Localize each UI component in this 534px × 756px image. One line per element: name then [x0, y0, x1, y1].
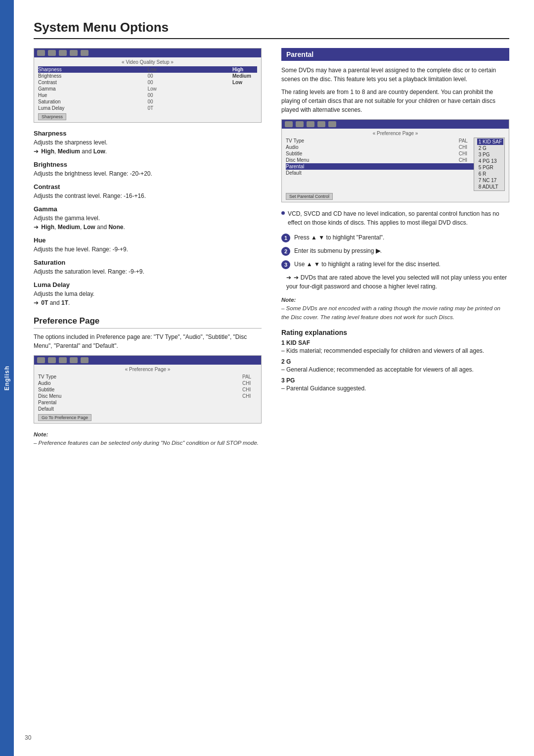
mockup-row-saturation: Saturation 00 [38, 98, 257, 105]
step-3: 3 Use ▲ ▼ to highlight a rating level fo… [281, 260, 509, 269]
rating-2-g: 2 G [477, 145, 503, 151]
rating-explanations-title: Rating explanations [281, 329, 509, 336]
pref-icon-3 [59, 357, 67, 363]
pref-icon-5 [81, 357, 89, 363]
video-quality-mockup: « Video Quality Setup » Sharpness Low Hi… [34, 48, 262, 123]
par-row-parental: Parental [286, 163, 474, 170]
side-tab-label: English [3, 366, 10, 390]
step-1: 1 Press ▲ ▼ to highlight "Parental". [281, 233, 509, 242]
par-icon-5 [328, 121, 336, 127]
pref-section-title: « Preference Page » [38, 367, 257, 372]
mockup-icon-2 [48, 50, 56, 56]
hue-heading: Hue [34, 236, 262, 244]
preference-page-intro: The options included in Preference page … [34, 332, 262, 350]
step-1-text: Press ▲ ▼ to highlight "Parental". [294, 233, 384, 242]
par-icon-4 [317, 121, 325, 127]
rating-1-kid-saf: 1 KID SAF [477, 139, 503, 145]
contrast-text: Adjusts the contrast level. Range: -16-+… [34, 191, 262, 200]
par-icon-1 [285, 121, 293, 127]
mockup-sharpness-button[interactable]: Sharpness [38, 113, 66, 120]
mockup-row-sharpness: Sharpness Low High [38, 66, 257, 73]
preference-mockup: « Preference Page » TV Type PAL Audio CH… [34, 355, 262, 424]
rating-item-2: 2 G – General Audience; recommended as a… [281, 358, 509, 374]
pref-row-discmenu: Disc Menu CHI [38, 393, 257, 399]
step-num-2: 2 [281, 247, 290, 256]
mockup-row-contrast: Contrast 00 Low [38, 79, 257, 86]
page-number: 30 [25, 734, 31, 741]
pref-row-audio: Audio CHI [38, 380, 257, 386]
sharpness-heading: Sharpness [34, 130, 262, 137]
rating-item-3: 3 PG – Parental Guidance suggested. [281, 377, 509, 393]
par-icon-2 [296, 121, 304, 127]
pref-row-tvtype: TV Type PAL [38, 374, 257, 380]
pref-icon-4 [70, 357, 78, 363]
contrast-heading: Contrast [34, 183, 262, 190]
parental-mockup: « Preference Page » TV Type PAL Audio CH… [281, 119, 509, 202]
par-row-tvtype: TV Type PAL [286, 138, 474, 144]
sharpness-text: Adjusts the sharpness level. ➔ High, Med… [34, 138, 262, 156]
saturation-text: Adjusts the saturation level. Range: -9-… [34, 267, 262, 276]
par-icon-3 [307, 121, 314, 127]
hue-text: Adjusts the hue level. Range: -9-+9. [34, 245, 262, 254]
rating-7-nc17: 7 NC 17 [477, 177, 503, 184]
right-column: Parental Some DVDs may have a parental l… [281, 48, 509, 448]
luma-delay-text: Adjusts the luma delay. ➔ 0T and 1T. [34, 289, 262, 307]
parental-para1: Some DVDs may have a parental level assi… [281, 66, 509, 84]
rating-5-pgr: 5 PGR [477, 164, 503, 171]
mockup-icon-3 [59, 50, 67, 56]
mockup-row-luma-delay: Luma Delay 0T [38, 105, 257, 111]
par-row-discmenu: Disc Menu CHI [286, 157, 474, 163]
step-3-text: Use ▲ ▼ to highlight a rating level for … [294, 260, 441, 269]
pref-mockup-body: « Preference Page » TV Type PAL Audio CH… [34, 365, 261, 423]
pref-icon-2 [48, 357, 56, 363]
mockup-header [34, 48, 261, 57]
par-section-title: « Preference Page » [286, 131, 505, 136]
step-num-3: 3 [281, 260, 290, 269]
pref-row-parental: Parental [38, 399, 257, 406]
mockup-icon-5 [81, 50, 89, 56]
preference-page-title: Preference Page [34, 316, 262, 329]
pref-row-subtitle: Subtitle CHI [38, 386, 257, 393]
parental-mockup-body: « Preference Page » TV Type PAL Audio CH… [282, 129, 509, 202]
ratings-list: 1 KID SAF 2 G 3 PG 4 PG 13 5 PGR 6 R 7 N… [477, 139, 503, 190]
parental-main-area: TV Type PAL Audio CHI Subtitle CHI [286, 138, 474, 191]
step-2-text: Enter its submenu by pressing ▶. [294, 246, 382, 255]
rating-8-adult: 8 ADULT [477, 184, 503, 190]
mockup-body: « Video Quality Setup » Sharpness Low Hi… [34, 57, 261, 122]
parental-header: Parental [281, 48, 509, 61]
gamma-heading: Gamma [34, 205, 262, 213]
mockup-icon-1 [37, 50, 45, 56]
mockup-row-hue: Hue 00 [38, 92, 257, 98]
par-row-audio: Audio CHI [286, 144, 474, 150]
rating-3-pg: 3 PG [477, 151, 503, 158]
par-row-default: Default [286, 170, 474, 176]
page-title: System Menu Options [34, 20, 509, 39]
side-tab: English [0, 0, 14, 756]
parental-ratings-dropdown: 1 KID SAF 2 G 3 PG 4 PG 13 5 PGR 6 R 7 N… [474, 138, 505, 191]
brightness-text: Adjusts the brightness level. Range: -20… [34, 169, 262, 178]
rating-4-pg13: 4 PG 13 [477, 158, 503, 164]
brightness-heading: Brightness [34, 161, 262, 168]
preference-note: Note: – Preference features can be selec… [34, 430, 262, 448]
mockup-row-gamma: Gamma Low [38, 86, 257, 92]
step-2: 2 Enter its submenu by pressing ▶. [281, 246, 509, 256]
step-num-1: 1 [281, 234, 290, 242]
dvd-rated-note: ➔ ➔ DVDs that are rated above the level … [286, 273, 509, 291]
mockup-row-brightness: Brightness 00 Medium [38, 73, 257, 79]
preference-mockup-header [34, 356, 261, 365]
mockup-icon-4 [70, 50, 78, 56]
two-col-layout: « Video Quality Setup » Sharpness Low Hi… [34, 48, 509, 448]
page-container: English System Menu Options [0, 0, 534, 756]
par-row-subtitle: Subtitle CHI [286, 150, 474, 157]
gamma-text: Adjusts the gamma level. ➔ High, Medium,… [34, 214, 262, 232]
parental-note: Note: – Some DVDs are not encoded with a… [281, 296, 509, 322]
rating-item-1: 1 KID SAF – Kids material; recommended e… [281, 339, 509, 355]
parental-mockup-layout: TV Type PAL Audio CHI Subtitle CHI [286, 138, 505, 191]
pref-row-default: Default [38, 406, 257, 412]
main-content: System Menu Options « Video Quality Setu… [14, 0, 534, 756]
set-parental-button[interactable]: Set Parental Control [286, 193, 333, 200]
rating-6-r: 6 R [477, 171, 503, 177]
go-to-preference-button[interactable]: Go To Preference Page [38, 414, 91, 421]
mockup-section-title: « Video Quality Setup » [38, 59, 257, 65]
parental-para2: The rating levels are from 1 to 8 and ar… [281, 88, 509, 114]
